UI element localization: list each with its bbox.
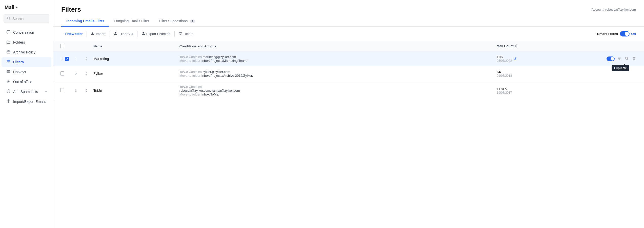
import-label: Import [96,32,105,36]
col-num [72,41,82,51]
filters-table-body: ⠿ 1 ▲ ▼ [53,51,644,100]
tab-incoming-label: Incoming Emails Filter [66,19,104,23]
row-1-delete-button[interactable] [631,56,637,62]
row-3-conditions: To/Cc Contains rebecca@zylker.com, ramya… [176,81,494,100]
row-3-checkbox[interactable] [60,88,64,92]
toolbar-sep-4 [174,31,175,37]
col-mail-count-label: Mail Count [497,44,513,48]
sort-down-icon[interactable]: ▼ [85,91,87,93]
filters-table-container: Name Conditions and Actions Mail Count ⓘ [53,41,644,228]
toolbar-sep-2 [110,31,110,37]
row-3-num: 3 [72,81,82,100]
tab-outgoing[interactable]: Outgoing Emails Filter [109,16,154,27]
sort-down-icon[interactable]: ▼ [85,74,87,76]
sidebar-item-folders-label: Folders [13,40,25,44]
row-1-action-buttons: Duplicate [607,56,641,62]
svg-rect-9 [8,72,9,72]
account-label: Account: rebecca@zylker.com [592,8,636,11]
new-filter-button[interactable]: + New filter [61,30,86,37]
sidebar-item-anti-spam[interactable]: Anti-Spam Lists ▾ [2,87,51,97]
svg-rect-2 [7,31,10,33]
new-filter-label: + New filter [64,32,83,36]
mail-count-info-icon[interactable]: ⓘ [515,44,518,48]
export-selected-button[interactable]: Export Selected [138,30,173,37]
sort-down-icon[interactable]: ▼ [85,59,87,61]
col-order [82,41,90,51]
sidebar-item-folders[interactable]: Folders [2,37,51,47]
table-row: 3 ▲ ▼ ToMe To/Cc Contains rebecca@zylker… [53,81,644,100]
export-all-button[interactable]: Export All [111,30,136,37]
delete-button[interactable]: Delete [176,30,196,37]
sidebar-item-filters[interactable]: Filters [2,57,51,67]
toolbar-sep-3 [137,31,137,37]
sidebar-item-conversation-label: Conversation [13,30,34,34]
col-mail-count: Mail Count ⓘ [494,41,603,51]
archive-policy-icon [6,50,11,55]
row-1-actions: Duplicate [603,51,644,66]
hotkeys-icon [6,69,11,74]
tab-incoming[interactable]: Incoming Emails Filter [61,16,109,27]
svg-rect-6 [7,71,8,72]
row-1-checkbox[interactable] [65,57,69,61]
sidebar-item-import-export[interactable]: Import/Export Emails [2,97,51,106]
app-title-chevron: ▾ [16,6,18,9]
sort-up-icon[interactable]: ▲ [85,71,87,74]
search-input[interactable] [12,17,46,21]
sidebar-item-conversation[interactable]: Conversation [2,28,51,37]
smart-filters-toggle[interactable] [620,31,630,36]
anti-spam-icon [6,89,11,94]
row-3-sort: ▲ ▼ [82,81,90,100]
export-selected-label: Export Selected [146,32,170,36]
app-title-text: Mail [5,5,14,10]
import-button[interactable]: Import [88,30,108,37]
tab-suggestions[interactable]: Filter Suggestions 9 [154,16,200,27]
col-conditions: Conditions and Actions [176,41,494,51]
sidebar-nav: Conversation Folders Archive Policy [0,27,53,107]
sort-up-icon[interactable]: ▲ [85,56,87,59]
row-1-num: 1 [72,51,82,66]
svg-rect-7 [8,71,9,72]
row-2-checkbox[interactable] [60,71,64,75]
tab-suggestions-badge: 9 [190,20,195,23]
row-1-duplicate-button[interactable] [624,56,629,62]
row-3-name: ToMe [90,81,176,100]
import-icon [91,32,94,36]
anti-spam-chevron: ▾ [45,90,47,93]
row-2-sort: ▲ ▼ [82,66,90,81]
row-1-sort: ▲ ▼ [82,51,90,66]
row-3-checkbox-cell [53,81,72,100]
import-export-icon [6,99,11,104]
row-1-duplicate-container: Duplicate [624,56,629,61]
sort-up-icon[interactable]: ▲ [85,88,87,90]
export-all-label: Export All [119,32,133,36]
undo-button[interactable]: ↺ [513,56,517,61]
svg-rect-3 [7,51,10,53]
sidebar-item-archive-policy[interactable]: Archive Policy [2,47,51,57]
drag-handle[interactable]: ⠿ [60,57,63,61]
toolbar-sep-1 [87,31,87,37]
search-box[interactable] [4,14,49,23]
row-1-toggle[interactable] [607,56,615,61]
select-all-checkbox[interactable] [60,44,64,48]
table-header: Name Conditions and Actions Mail Count ⓘ [53,41,644,51]
filters-table: Name Conditions and Actions Mail Count ⓘ [53,41,644,100]
col-name-label: Name [93,44,102,48]
row-3-actions [603,81,644,100]
sidebar-item-out-of-office[interactable]: Out of office [2,77,51,87]
row-2-name: Zylker [90,66,176,81]
search-icon [7,16,10,21]
row-2-mail-count: 64 01/03/2018 [494,66,603,81]
sidebar-item-anti-spam-label: Anti-Spam Lists [13,90,38,94]
row-1-toggle-thumb [611,57,614,61]
tab-outgoing-label: Outgoing Emails Filter [114,19,149,23]
row-1-filter-icon[interactable] [617,56,622,62]
delete-icon [179,32,182,36]
sidebar-item-hotkeys[interactable]: Hotkeys [2,67,51,77]
toggle-thumb [625,32,629,36]
sidebar: Mail ▾ Conversation [0,0,53,228]
svg-rect-8 [9,71,10,72]
sidebar-item-archive-policy-label: Archive Policy [13,50,35,54]
row-3-mail-count: 11815 19/08/2017 [494,81,603,100]
out-of-office-icon [6,79,11,84]
app-title[interactable]: Mail ▾ [0,5,53,14]
